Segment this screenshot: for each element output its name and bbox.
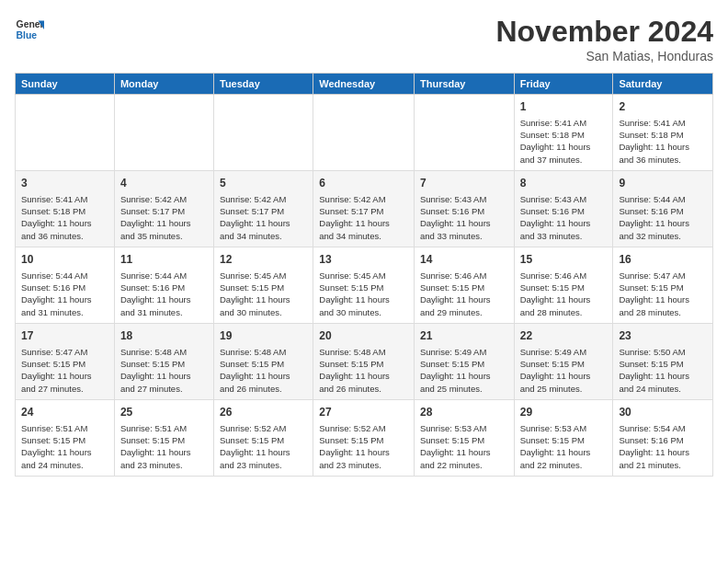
day-info: Sunrise: 5:49 AMSunset: 5:15 PMDaylight:… [420,346,508,395]
day-cell [414,95,514,171]
header-cell-wednesday: Wednesday [313,74,415,95]
week-row-2: 10Sunrise: 5:44 AMSunset: 5:16 PMDayligh… [16,247,713,323]
day-cell: 13Sunrise: 5:45 AMSunset: 5:15 PMDayligh… [313,247,415,323]
day-cell: 29Sunrise: 5:53 AMSunset: 5:15 PMDayligh… [514,399,613,476]
day-number: 16 [619,252,707,268]
day-cell: 10Sunrise: 5:44 AMSunset: 5:16 PMDayligh… [16,247,115,323]
day-number: 20 [319,328,408,344]
day-info: Sunrise: 5:51 AMSunset: 5:15 PMDaylight:… [120,422,208,471]
day-cell: 9Sunrise: 5:44 AMSunset: 5:16 PMDaylight… [613,170,713,247]
day-cell [16,95,115,171]
logo-icon: General Blue [15,15,44,44]
day-number: 3 [21,176,108,191]
day-cell: 2Sunrise: 5:41 AMSunset: 5:18 PMDaylight… [613,95,713,171]
day-number: 8 [520,176,608,191]
day-number: 13 [319,252,408,268]
day-info: Sunrise: 5:44 AMSunset: 5:16 PMDaylight:… [120,270,208,318]
day-info: Sunrise: 5:43 AMSunset: 5:16 PMDaylight:… [420,193,508,242]
day-info: Sunrise: 5:45 AMSunset: 5:15 PMDaylight:… [220,270,307,318]
header-cell-monday: Monday [114,74,213,95]
day-cell: 27Sunrise: 5:52 AMSunset: 5:15 PMDayligh… [313,399,415,476]
day-info: Sunrise: 5:52 AMSunset: 5:15 PMDaylight:… [220,422,307,471]
day-info: Sunrise: 5:48 AMSunset: 5:15 PMDaylight:… [319,346,408,395]
day-cell: 25Sunrise: 5:51 AMSunset: 5:15 PMDayligh… [114,399,213,476]
day-cell: 30Sunrise: 5:54 AMSunset: 5:16 PMDayligh… [613,399,713,476]
day-cell: 18Sunrise: 5:48 AMSunset: 5:15 PMDayligh… [114,323,213,399]
day-number: 26 [220,405,307,420]
day-cell [114,95,213,171]
day-info: Sunrise: 5:51 AMSunset: 5:15 PMDaylight:… [21,422,108,471]
day-number: 7 [420,176,508,191]
day-info: Sunrise: 5:48 AMSunset: 5:15 PMDaylight:… [220,346,307,395]
day-cell: 20Sunrise: 5:48 AMSunset: 5:15 PMDayligh… [313,323,415,399]
day-info: Sunrise: 5:52 AMSunset: 5:15 PMDaylight:… [319,422,408,471]
day-cell: 11Sunrise: 5:44 AMSunset: 5:16 PMDayligh… [114,247,213,323]
day-info: Sunrise: 5:44 AMSunset: 5:16 PMDaylight:… [619,193,707,242]
calendar-table: SundayMondayTuesdayWednesdayThursdayFrid… [15,73,713,477]
day-number: 18 [120,328,208,344]
day-info: Sunrise: 5:53 AMSunset: 5:15 PMDaylight:… [420,422,508,471]
day-info: Sunrise: 5:45 AMSunset: 5:15 PMDaylight:… [319,270,408,318]
day-cell: 15Sunrise: 5:46 AMSunset: 5:15 PMDayligh… [514,247,613,323]
header-cell-saturday: Saturday [613,74,713,95]
day-info: Sunrise: 5:47 AMSunset: 5:15 PMDaylight:… [619,270,707,318]
day-number: 2 [619,99,707,115]
day-cell: 5Sunrise: 5:42 AMSunset: 5:17 PMDaylight… [214,170,313,247]
day-cell: 23Sunrise: 5:50 AMSunset: 5:15 PMDayligh… [613,323,713,399]
day-info: Sunrise: 5:49 AMSunset: 5:15 PMDaylight:… [520,346,608,395]
day-info: Sunrise: 5:42 AMSunset: 5:17 PMDaylight:… [319,193,408,242]
day-number: 9 [619,176,707,191]
day-number: 1 [520,99,608,115]
day-cell: 3Sunrise: 5:41 AMSunset: 5:18 PMDaylight… [16,170,115,247]
day-number: 21 [420,328,508,344]
month-title: November 2024 [495,15,713,49]
day-cell: 22Sunrise: 5:49 AMSunset: 5:15 PMDayligh… [514,323,613,399]
header-cell-friday: Friday [514,74,613,95]
day-cell: 6Sunrise: 5:42 AMSunset: 5:17 PMDaylight… [313,170,415,247]
day-cell: 14Sunrise: 5:46 AMSunset: 5:15 PMDayligh… [414,247,514,323]
logo: General Blue [15,15,44,44]
day-info: Sunrise: 5:41 AMSunset: 5:18 PMDaylight:… [520,117,608,166]
day-info: Sunrise: 5:50 AMSunset: 5:15 PMDaylight:… [619,346,707,395]
day-number: 12 [220,252,307,268]
day-info: Sunrise: 5:53 AMSunset: 5:15 PMDaylight:… [520,422,608,471]
day-info: Sunrise: 5:44 AMSunset: 5:16 PMDaylight:… [21,270,108,318]
day-number: 15 [520,252,608,268]
day-cell: 26Sunrise: 5:52 AMSunset: 5:15 PMDayligh… [214,399,313,476]
day-info: Sunrise: 5:46 AMSunset: 5:15 PMDaylight:… [420,270,508,318]
day-info: Sunrise: 5:54 AMSunset: 5:16 PMDaylight:… [619,422,707,471]
day-number: 25 [120,405,208,420]
header-cell-thursday: Thursday [414,74,514,95]
svg-text:Blue: Blue [17,30,38,40]
day-number: 10 [21,252,108,268]
day-cell: 8Sunrise: 5:43 AMSunset: 5:16 PMDaylight… [514,170,613,247]
day-number: 14 [420,252,508,268]
day-number: 24 [21,405,108,420]
day-number: 11 [120,252,208,268]
day-number: 23 [619,328,707,344]
day-number: 30 [619,405,707,420]
day-cell: 17Sunrise: 5:47 AMSunset: 5:15 PMDayligh… [16,323,115,399]
day-cell: 24Sunrise: 5:51 AMSunset: 5:15 PMDayligh… [16,399,115,476]
day-number: 29 [520,405,608,420]
day-info: Sunrise: 5:46 AMSunset: 5:15 PMDaylight:… [520,270,608,318]
day-cell: 21Sunrise: 5:49 AMSunset: 5:15 PMDayligh… [414,323,514,399]
day-info: Sunrise: 5:42 AMSunset: 5:17 PMDaylight:… [120,193,208,242]
week-row-4: 24Sunrise: 5:51 AMSunset: 5:15 PMDayligh… [16,399,713,476]
day-number: 22 [520,328,608,344]
day-info: Sunrise: 5:48 AMSunset: 5:15 PMDaylight:… [120,346,208,395]
day-info: Sunrise: 5:43 AMSunset: 5:16 PMDaylight:… [520,193,608,242]
day-cell: 1Sunrise: 5:41 AMSunset: 5:18 PMDaylight… [514,95,613,171]
day-info: Sunrise: 5:47 AMSunset: 5:15 PMDaylight:… [21,346,108,395]
page-header: General Blue November 2024 San Matias, H… [15,15,713,63]
day-number: 4 [120,176,208,191]
day-number: 27 [319,405,408,420]
day-cell: 12Sunrise: 5:45 AMSunset: 5:15 PMDayligh… [214,247,313,323]
day-info: Sunrise: 5:42 AMSunset: 5:17 PMDaylight:… [220,193,307,242]
day-info: Sunrise: 5:41 AMSunset: 5:18 PMDaylight:… [619,117,707,166]
header-row: SundayMondayTuesdayWednesdayThursdayFrid… [16,74,713,95]
day-cell: 7Sunrise: 5:43 AMSunset: 5:16 PMDaylight… [414,170,514,247]
title-block: November 2024 San Matias, Honduras [495,15,713,63]
day-number: 5 [220,176,307,191]
day-number: 19 [220,328,307,344]
